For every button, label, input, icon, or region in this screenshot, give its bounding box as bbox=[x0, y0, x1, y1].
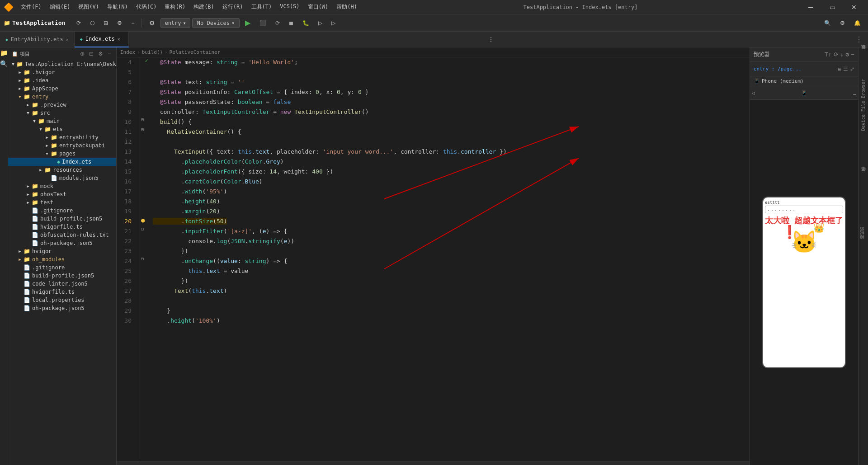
menu-code[interactable]: 代码(C) bbox=[132, 2, 160, 12]
tree-indexets[interactable]: ◆ Index.ets bbox=[8, 158, 116, 166]
tree-preview[interactable]: ▶ 📁 .preview bbox=[8, 101, 116, 109]
tree-gitignore-entry[interactable]: 📄 .gitignore bbox=[8, 207, 116, 215]
toolbar-sync[interactable]: ⟳ bbox=[73, 19, 85, 28]
tree-buildprofile-entry[interactable]: 📄 build-profile.json5 bbox=[8, 215, 116, 223]
toolbar-settings3[interactable]: ⚙ bbox=[836, 19, 849, 28]
menu-tools[interactable]: 工具(T) bbox=[248, 2, 276, 12]
sidebar-action-2[interactable]: ⊟ bbox=[87, 50, 95, 58]
menu-run[interactable]: 运行(R) bbox=[219, 2, 247, 12]
tree-buildprofile-root[interactable]: 📄 build-profile.json5 bbox=[8, 272, 116, 280]
menu-vcs[interactable]: VCS(S) bbox=[276, 2, 303, 12]
tree-mock[interactable]: ▶ 📁 mock bbox=[8, 182, 116, 190]
tree-root[interactable]: ▼ 📁 TestApplication E:\nana\Desk bbox=[8, 60, 116, 68]
right-vtabs: 预览器 Device File Browser 书签 bbox=[858, 47, 868, 465]
entry-dropdown[interactable]: entry ▾ bbox=[160, 18, 190, 28]
tree-entryability[interactable]: ▶ 📁 entryability bbox=[8, 133, 116, 141]
menu-navigate[interactable]: 导航(N) bbox=[104, 2, 132, 12]
toolbar-hierarchy[interactable]: ⬡ bbox=[86, 19, 98, 28]
tree-resources[interactable]: ▶ 📁 resources bbox=[8, 166, 116, 174]
toolbar-minimize[interactable]: − bbox=[127, 19, 138, 28]
buildprofile-entry-label: build-profile.json5 bbox=[40, 216, 102, 222]
tab-entryability[interactable]: ◆ EntryAbility.ets ✕ bbox=[0, 32, 75, 47]
tree-hvigor-root[interactable]: ▶ 📁 hvigor bbox=[8, 247, 116, 255]
preview-minimize-icon[interactable]: − bbox=[851, 51, 854, 58]
ohmodules-arrow: ▶ bbox=[16, 257, 24, 262]
tree-ohpackage-root[interactable]: 📄 oh-package.json5 bbox=[8, 304, 116, 312]
tree-test[interactable]: ▶ 📁 test bbox=[8, 198, 116, 207]
tree-idea[interactable]: ▶ 📁 .idea bbox=[8, 76, 116, 85]
sidebar-action-4[interactable]: − bbox=[106, 50, 113, 58]
preview-settings-icon[interactable]: ⚙ bbox=[845, 51, 849, 58]
tab-more[interactable]: ⋮ bbox=[483, 36, 499, 43]
appscope-arrow: ▶ bbox=[16, 86, 24, 91]
tree-hvigorfile-root[interactable]: 📄 hvigorfile.ts bbox=[8, 288, 116, 296]
profile-button[interactable]: ⟳ bbox=[272, 19, 283, 28]
ets-label: ets bbox=[53, 126, 63, 132]
tree-entry[interactable]: ▼ 📁 entry bbox=[8, 93, 116, 101]
menu-edit[interactable]: 编辑(E) bbox=[46, 2, 74, 12]
tree-obfuscation[interactable]: 📄 obfuscation-rules.txt bbox=[8, 231, 116, 239]
menu-file[interactable]: 文件(F) bbox=[17, 2, 45, 12]
modulejson-icon: 📄 bbox=[51, 175, 57, 181]
tree-src[interactable]: ▼ 📁 src bbox=[8, 109, 116, 117]
toolbar-notifications[interactable]: 🔔 bbox=[850, 19, 864, 28]
preview-font-icon[interactable]: T↑ bbox=[825, 51, 832, 58]
toolbar-run2[interactable]: ▷ bbox=[315, 19, 326, 28]
tree-gitignore-root[interactable]: 📄 .gitignore bbox=[8, 263, 116, 272]
tree-pages[interactable]: ▼ 📁 pages bbox=[8, 150, 116, 158]
toolbar-run3[interactable]: ▷ bbox=[328, 19, 339, 28]
sidebar-action-1[interactable]: ⊕ bbox=[78, 50, 86, 58]
tree-hvigor[interactable]: ▶ 📁 .hvigor bbox=[8, 68, 116, 76]
code-editor[interactable]: @State message: string = 'Hello World'; … bbox=[149, 57, 750, 461]
tree-codelinter[interactable]: 📄 code-linter.json5 bbox=[8, 280, 116, 288]
menu-refactor[interactable]: 重构(R) bbox=[161, 2, 189, 12]
preview-expand-icon[interactable]: ⤢ bbox=[850, 66, 854, 72]
tree-localprops[interactable]: 📄 local.properties bbox=[8, 296, 116, 304]
stop-button[interactable]: ◼ bbox=[285, 19, 297, 28]
line-numbers: 4 5 6 7 8 9 10 11 12 13 14 15 16 17 18 1… bbox=[117, 57, 139, 461]
preview-download-icon[interactable]: ↓ bbox=[840, 51, 844, 58]
search-icon[interactable]: 🔍 bbox=[0, 60, 8, 67]
tree-appscope[interactable]: ▶ 📁 AppScope bbox=[8, 85, 116, 93]
search-everywhere[interactable]: 🔍 bbox=[821, 19, 835, 28]
tree-ohpackage-entry[interactable]: 📄 oh-package.json5 bbox=[8, 239, 116, 247]
menu-build[interactable]: 构建(B) bbox=[190, 2, 218, 12]
horizontal-scrollbar[interactable] bbox=[117, 461, 750, 465]
tree-entrybackup[interactable]: ▶ 📁 entrybackupabi bbox=[8, 141, 116, 150]
tab-entryability-close[interactable]: ✕ bbox=[66, 37, 69, 42]
menu-help[interactable]: 帮助(H) bbox=[333, 2, 361, 12]
explorer-icon[interactable]: 📁 bbox=[0, 49, 8, 56]
close-button[interactable]: ✕ bbox=[844, 0, 864, 14]
toolbar-collapse[interactable]: ⊟ bbox=[100, 19, 112, 28]
device-back-icon[interactable]: ◁ bbox=[752, 90, 755, 96]
device-more-icon[interactable]: … bbox=[853, 90, 856, 96]
hvigor-root-folder-icon: 📁 bbox=[24, 248, 30, 254]
tab-indexets[interactable]: ◆ Index.ets ✕ bbox=[75, 32, 129, 47]
tree-ohostest[interactable]: ▶ 📁 ohosTest bbox=[8, 190, 116, 198]
sidebar-action-3[interactable]: ⚙ bbox=[96, 50, 105, 58]
run-button[interactable]: ▶ bbox=[241, 17, 254, 28]
device-phone-icon[interactable]: 📱 bbox=[801, 90, 807, 96]
preview-refresh-icon[interactable]: ⟳ bbox=[834, 51, 839, 58]
debug-button[interactable]: ⬛ bbox=[256, 19, 270, 28]
menu-window[interactable]: 窗口(W) bbox=[304, 2, 332, 12]
maximize-button[interactable]: ▭ bbox=[822, 0, 843, 14]
preview-grid-icon[interactable]: ⊞ bbox=[838, 66, 841, 72]
tree-modulejson[interactable]: 📄 module.json5 bbox=[8, 174, 116, 182]
tree-ohmodules[interactable]: ▶ 📁 oh_modules bbox=[8, 255, 116, 263]
preview-list-icon[interactable]: ☰ bbox=[843, 66, 848, 72]
vtab-device-file[interactable]: Device File Browser bbox=[860, 75, 867, 134]
tree-ets[interactable]: ▼ 📁 ets bbox=[8, 125, 116, 133]
vtab-bookmark[interactable]: 书签 bbox=[859, 171, 868, 178]
no-devices-button[interactable]: No Devices ▾ bbox=[192, 18, 240, 28]
tree-hvigorfile-entry[interactable]: 📄 hvigorfile.ts bbox=[8, 223, 116, 231]
minimize-button[interactable]: ─ bbox=[800, 0, 821, 14]
toolbar-settings2[interactable]: ⚙ bbox=[146, 18, 159, 28]
toolbar-settings[interactable]: ⚙ bbox=[113, 19, 126, 28]
attach-button[interactable]: 🐛 bbox=[299, 19, 313, 28]
vtab-preview[interactable]: 预览器 bbox=[859, 49, 868, 56]
tab-indexets-close[interactable]: ✕ bbox=[118, 37, 120, 42]
menu-view[interactable]: 视图(V) bbox=[75, 2, 103, 12]
tree-main[interactable]: ▼ 📁 main bbox=[8, 117, 116, 125]
editor-settings-icon[interactable]: ⋮ bbox=[854, 35, 864, 44]
